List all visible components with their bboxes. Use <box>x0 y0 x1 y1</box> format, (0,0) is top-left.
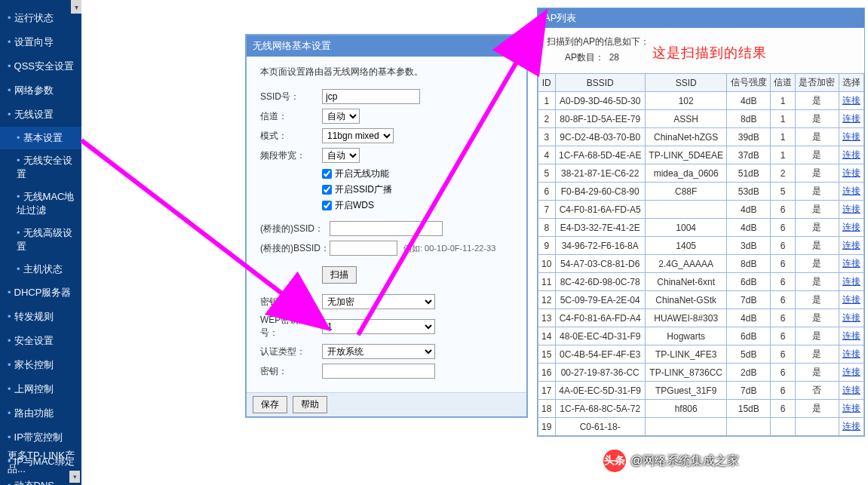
table-cell: 34-96-72-F6-16-8A <box>555 237 645 255</box>
table-cell: 17 <box>538 382 556 400</box>
sidebar-item[interactable]: •无线设置 <box>0 103 81 127</box>
table-cell: 6 <box>770 364 795 382</box>
annotation-text: 这是扫描到的结果 <box>652 44 767 62</box>
table-cell: 5dB <box>727 345 770 364</box>
table-cell: 102 <box>645 92 727 110</box>
connect-link[interactable]: 连接 <box>839 382 863 400</box>
sidebar-footer-expand-icon[interactable]: ▾ <box>69 471 80 483</box>
table-cell <box>770 418 795 436</box>
enable-wds-checkbox[interactable] <box>322 201 332 210</box>
sidebar-item[interactable]: •QSS安全设置 <box>0 54 81 78</box>
sidebar-item[interactable]: •安全设置 <box>0 329 81 353</box>
mode-select[interactable]: 11bgn mixed <box>322 128 394 143</box>
sidebar-subitem[interactable]: •主机状态 <box>0 258 81 281</box>
panel-description: 本页面设置路由器无线网络的基本参数。 <box>260 66 513 78</box>
connect-link[interactable]: 连接 <box>839 92 863 110</box>
enable-ssid-broadcast-label: 开启SSID广播 <box>335 183 392 196</box>
help-button[interactable]: 帮助 <box>293 396 327 413</box>
sidebar-subitem[interactable]: •无线高级设置 <box>0 222 81 258</box>
table-cell: hf806 <box>645 400 727 418</box>
table-cell: 5 <box>770 183 795 201</box>
save-button[interactable]: 保存 <box>253 396 287 413</box>
connect-link[interactable]: 连接 <box>839 418 863 436</box>
encryption-select[interactable]: 无加密 <box>322 294 435 309</box>
connect-link[interactable]: 连接 <box>839 201 863 219</box>
key-input[interactable] <box>322 364 435 379</box>
enable-wireless-label: 开启无线功能 <box>335 167 389 180</box>
connect-link[interactable]: 连接 <box>839 255 863 273</box>
connect-link[interactable]: 连接 <box>839 273 863 291</box>
connect-link[interactable]: 连接 <box>839 309 863 327</box>
connect-link[interactable]: 连接 <box>839 146 863 164</box>
table-cell: 0C-4B-54-EF-4F-E3 <box>555 345 645 364</box>
ssid-input[interactable] <box>322 89 420 104</box>
table-row: 7C4-F0-81-6A-FD-A54dB6是连接 <box>538 201 864 219</box>
sidebar-item[interactable]: •设置向导 <box>0 30 81 54</box>
connect-link[interactable]: 连接 <box>839 345 863 364</box>
table-cell: 3dB <box>727 237 770 255</box>
sidebar-item[interactable]: •转发规则 <box>0 305 81 329</box>
table-cell: 6 <box>770 327 795 345</box>
table-cell: 7dB <box>727 291 770 309</box>
sidebar-item[interactable]: •DHCP服务器 <box>0 281 81 305</box>
sidebar-item[interactable]: •网络参数 <box>0 78 81 103</box>
connect-link[interactable]: 连接 <box>839 237 863 255</box>
channel-select[interactable]: 自动 <box>322 109 360 124</box>
table-cell: 16 <box>538 364 556 382</box>
table-cell: A0-D9-3D-46-5D-30 <box>555 92 645 110</box>
bandwidth-select[interactable]: 自动 <box>322 148 360 163</box>
connect-link[interactable]: 连接 <box>839 327 863 345</box>
ap-table-header: 信号强度 <box>727 74 770 92</box>
wireless-settings-panel: 无线网络基本设置 本页面设置路由器无线网络的基本参数。 SSID号： 信道： 自… <box>245 34 528 418</box>
sidebar-item[interactable]: •家长控制 <box>0 353 81 377</box>
table-row: 8E4-D3-32-7E-41-2E10044dB6是连接 <box>538 219 864 237</box>
table-cell: 7 <box>538 201 556 219</box>
table-cell: 是 <box>796 309 839 327</box>
table-row: 118C-42-6D-98-0C-78ChinaNet-6xnt6dB6是连接 <box>538 273 864 291</box>
table-cell: 7dB <box>727 382 770 400</box>
sidebar-subitem[interactable]: •无线MAC地址过滤 <box>0 186 81 222</box>
bridge-bssid-input[interactable] <box>330 241 397 256</box>
connect-link[interactable]: 连接 <box>839 291 863 309</box>
sidebar-item[interactable]: •上网控制 <box>0 377 81 401</box>
sidebar-item[interactable]: •运行状态 <box>0 6 81 30</box>
table-row: 19C0-61-18-连接 <box>538 418 864 436</box>
scan-button[interactable]: 扫描 <box>322 266 357 284</box>
auth-type-label: 认证类型： <box>260 345 322 358</box>
auth-type-select[interactable]: 开放系统 <box>322 344 435 359</box>
connect-link[interactable]: 连接 <box>839 110 863 128</box>
bridge-ssid-input[interactable] <box>330 221 443 236</box>
wep-index-select[interactable]: 1 <box>322 319 435 334</box>
enable-wds-label: 开启WDS <box>335 199 374 212</box>
table-cell <box>727 418 770 436</box>
connect-link[interactable]: 连接 <box>839 400 863 418</box>
connect-link[interactable]: 连接 <box>839 128 863 146</box>
table-cell: 1 <box>770 110 795 128</box>
table-row: 934-96-72-F6-16-8A14053dB6是连接 <box>538 237 864 255</box>
table-cell: 2dB <box>727 364 770 382</box>
table-cell: 1 <box>770 92 795 110</box>
sidebar-item[interactable]: •路由功能 <box>0 401 81 425</box>
connect-link[interactable]: 连接 <box>839 183 863 201</box>
table-row: 174A-0E-EC-5D-31-F9TPGuest_31F97dB6否连接 <box>538 382 864 400</box>
enable-wireless-checkbox[interactable] <box>322 169 332 179</box>
connect-link[interactable]: 连接 <box>839 164 863 183</box>
table-cell: ChinaNet-6xnt <box>645 273 727 291</box>
table-cell: 6dB <box>727 273 770 291</box>
table-cell: 6 <box>538 183 556 201</box>
ap-table: IDBSSIDSSID信号强度信道是否加密选择 1A0-D9-3D-46-5D-… <box>538 73 864 436</box>
sidebar-subitem[interactable]: •基本设置 <box>0 127 81 149</box>
table-cell: ChinaNet-GStk <box>645 291 727 309</box>
table-row: 41C-FA-68-5D-4E-AETP-LINK_5D4EAE37dB1是连接 <box>538 146 864 164</box>
table-cell: 是 <box>796 219 839 237</box>
connect-link[interactable]: 连接 <box>839 219 863 237</box>
table-cell: E4-D3-32-7E-41-2E <box>555 219 645 237</box>
sidebar-subitem[interactable]: •无线安全设置 <box>0 149 81 186</box>
enable-ssid-broadcast-checkbox[interactable] <box>322 185 332 195</box>
table-row: 125C-09-79-EA-2E-04ChinaNet-GStk7dB6是连接 <box>538 291 864 309</box>
table-cell: 6 <box>770 255 795 273</box>
mode-label: 模式： <box>260 130 322 143</box>
table-cell: 4dB <box>727 309 770 327</box>
table-cell: 18 <box>538 400 556 418</box>
connect-link[interactable]: 连接 <box>839 364 863 382</box>
